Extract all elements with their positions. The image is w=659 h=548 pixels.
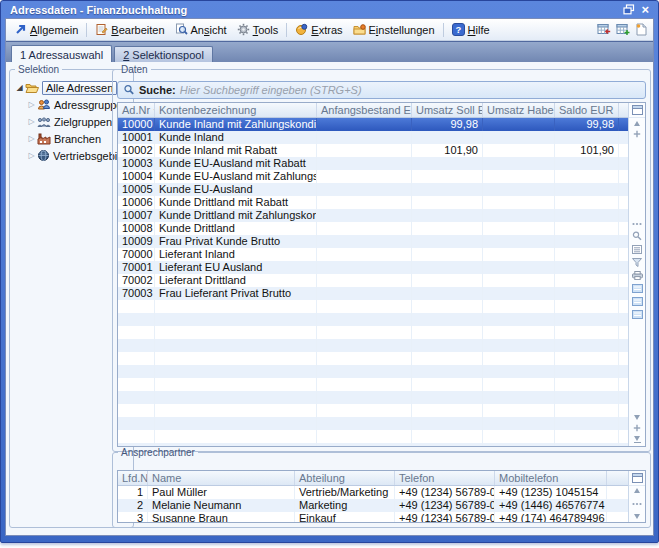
cell xyxy=(483,170,555,183)
cell-filler xyxy=(607,486,628,499)
cell xyxy=(483,287,555,300)
dots-icon[interactable] xyxy=(632,221,642,227)
expander-closed-icon[interactable]: ▷ xyxy=(26,100,37,109)
cell-filler xyxy=(619,287,628,300)
account-row[interactable]: 10004Kunde EU-Ausland mit Zahlungskondti… xyxy=(118,170,628,183)
cell xyxy=(155,443,317,446)
account-row[interactable]: 10007Kunde Drittland mit Zahlungskonditi… xyxy=(118,209,628,222)
restore-button[interactable] xyxy=(623,4,635,15)
printer-icon[interactable] xyxy=(632,271,643,280)
funnel-icon[interactable] xyxy=(632,258,642,267)
scroll-down-icon[interactable] xyxy=(634,514,640,519)
account-row[interactable]: 10006Kunde Drittland mit Rabatt xyxy=(118,196,628,209)
menu-ansicht[interactable]: Ansicht xyxy=(170,22,232,37)
expander-closed-icon[interactable]: ▷ xyxy=(26,151,37,160)
empty-row xyxy=(118,352,628,365)
cell-filler xyxy=(619,404,628,417)
dots-icon[interactable] xyxy=(632,501,642,507)
column-chooser-button[interactable] xyxy=(629,103,645,118)
list-icon[interactable] xyxy=(632,245,642,254)
cell xyxy=(155,404,317,417)
cell-filler xyxy=(619,183,628,196)
column-header-abteilung[interactable]: Abteilung xyxy=(295,471,395,485)
column-header-lfd-nr[interactable]: Lfd.Nr. xyxy=(118,471,148,485)
empty-row xyxy=(118,378,628,391)
column-header-ad-nr[interactable]: Ad.Nr▼ xyxy=(118,103,155,117)
cell: 70000 xyxy=(118,248,155,261)
expander-open-icon[interactable]: ◢ xyxy=(14,83,25,92)
menu-einstellungen[interactable]: Einstellungen xyxy=(348,22,440,37)
tab-1-adressauswahl[interactable]: 1 Adressauswahl xyxy=(11,45,112,62)
close-button[interactable]: × xyxy=(641,4,649,16)
column-header-telefon[interactable]: Telefon xyxy=(395,471,495,485)
menu-bearbeiten[interactable]: Bearbeiten xyxy=(90,22,169,37)
scroll-up-icon[interactable] xyxy=(634,488,640,493)
menu-allgemein[interactable]: Allgemein xyxy=(9,22,83,37)
view-icon[interactable] xyxy=(632,284,643,293)
account-row[interactable]: 10005Kunde EU-Ausland xyxy=(118,183,628,196)
column-header-mobiltelefon[interactable]: Mobiltelefon xyxy=(495,471,607,485)
cell xyxy=(412,313,483,326)
expander-closed-icon[interactable]: ▷ xyxy=(26,117,37,126)
column-header-name[interactable]: Name xyxy=(148,471,295,485)
account-row[interactable]: 10008Kunde Drittland xyxy=(118,222,628,235)
cell xyxy=(412,287,483,300)
account-row[interactable]: 70002Lieferant Drittland xyxy=(118,274,628,287)
contact-row[interactable]: 1Paul MüllerVertrieb/Marketing+49 (1234)… xyxy=(118,486,628,499)
cell: +49 (1446) 46576774 xyxy=(495,499,607,512)
account-row[interactable]: 10009Frau Privat Kunde Brutto xyxy=(118,235,628,248)
cell xyxy=(317,352,412,365)
view-icon[interactable] xyxy=(632,297,643,306)
menu-tools[interactable]: Tools xyxy=(232,22,284,37)
expander-closed-icon[interactable]: ▷ xyxy=(26,134,37,143)
cell xyxy=(155,417,317,430)
column-header-umsatz-soll-eur[interactable]: Umsatz Soll EUR xyxy=(412,103,483,117)
cell: Kunde Inland mit Zahlungskondition und L… xyxy=(155,118,317,131)
arrow-up-right-icon xyxy=(14,23,27,36)
column-header-saldo-eur[interactable]: Saldo EUR xyxy=(555,103,619,117)
account-row[interactable]: 10002Kunde Inland mit Rabatt101,90101,90 xyxy=(118,144,628,157)
magnifier-icon[interactable] xyxy=(632,231,642,241)
account-row[interactable]: 10003Kunde EU-Ausland mit Rabatt xyxy=(118,157,628,170)
search-bar[interactable]: Suche: Hier Suchbegriff eingeben (STRG+S… xyxy=(117,81,646,99)
account-row[interactable]: 70003Frau Lieferant Privat Brutto xyxy=(118,287,628,300)
contact-row[interactable]: 3Susanne BraunEinkauf+49 (1234) 56789-00… xyxy=(118,512,628,522)
search-placeholder: Hier Suchbegriff eingeben (STRG+S) xyxy=(180,84,362,96)
plus-icon[interactable] xyxy=(633,130,641,138)
account-row[interactable]: 10000Kunde Inland mit Zahlungskondition … xyxy=(118,118,628,131)
account-row[interactable]: 70001Lieferant EU Ausland xyxy=(118,261,628,274)
cell xyxy=(317,300,412,313)
scroll-up-icon[interactable] xyxy=(634,121,640,126)
empty-row xyxy=(118,313,628,326)
account-row[interactable]: 10001Kunde Inland xyxy=(118,131,628,144)
menu-extras[interactable]: Extras xyxy=(290,22,347,37)
titlebar[interactable]: Adressdaten - Finanzbuchhaltung × xyxy=(5,1,654,18)
plus-icon[interactable] xyxy=(633,424,641,432)
strip-group-top xyxy=(629,121,645,138)
cell-filler xyxy=(619,274,628,287)
cell-filler xyxy=(619,235,628,248)
scroll-down-icon[interactable] xyxy=(634,415,640,420)
account-row[interactable]: 70000Lieferant Inland xyxy=(118,248,628,261)
table-remove-button[interactable] xyxy=(597,23,611,36)
table-add-button[interactable] xyxy=(616,23,630,36)
column-chooser-button[interactable] xyxy=(629,471,645,486)
cell: +49 (1234) 56789-01 xyxy=(395,486,495,499)
cell-filler xyxy=(619,144,628,157)
column-header-umsatz-haben-eur[interactable]: Umsatz Haben EUR xyxy=(483,103,555,117)
cell xyxy=(555,378,619,391)
view-icon[interactable] xyxy=(632,310,643,319)
menu-hilfe[interactable]: ?Hilfe xyxy=(447,22,495,37)
empty-row xyxy=(118,417,628,430)
column-header-anfangsbestand-eur[interactable]: Anfangsbestand EUR xyxy=(317,103,412,117)
cell xyxy=(317,183,412,196)
contact-row[interactable]: 2Melanie NeumannMarketing+49 (1234) 5678… xyxy=(118,499,628,512)
cell: 70002 xyxy=(118,274,155,287)
page-new-button[interactable] xyxy=(635,23,647,36)
cell xyxy=(555,131,619,144)
cell xyxy=(317,443,412,446)
column-header-kontenbezeichnung[interactable]: Kontenbezeichnung xyxy=(155,103,317,117)
tab-2-selektionspool[interactable]: 2 Selektionspool xyxy=(114,46,213,62)
cell xyxy=(483,248,555,261)
scroll-down-bar-icon[interactable] xyxy=(634,436,641,443)
